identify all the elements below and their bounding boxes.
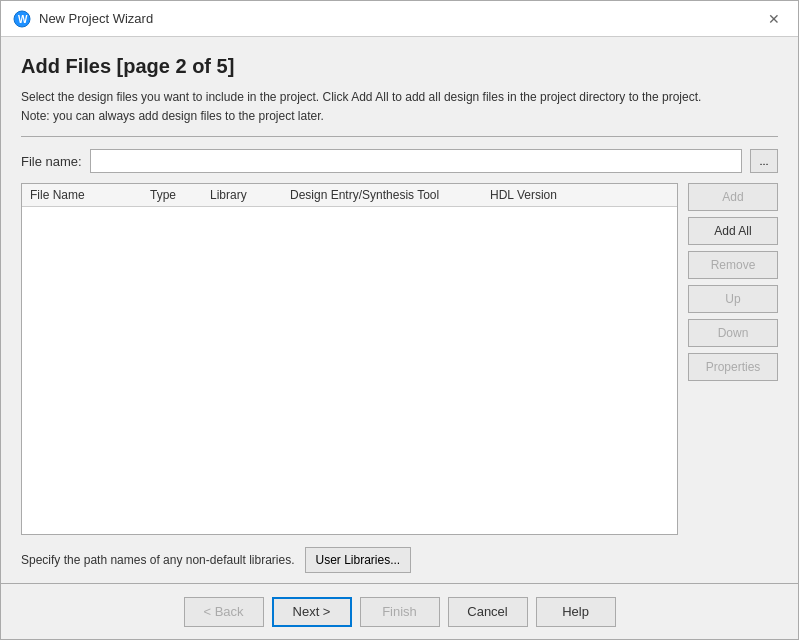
browse-button[interactable]: ...: [750, 149, 778, 173]
file-table: File Name Type Library Design Entry/Synt…: [21, 183, 678, 535]
add-button[interactable]: Add: [688, 183, 778, 211]
main-content: Add Files [page 2 of 5] Select the desig…: [1, 37, 798, 583]
library-label: Specify the path names of any non-defaul…: [21, 553, 295, 567]
section-divider: [21, 136, 778, 137]
finish-button[interactable]: Finish: [360, 597, 440, 627]
footer: < Back Next > Finish Cancel Help: [1, 583, 798, 639]
title-bar: W New Project Wizard ✕: [1, 1, 798, 37]
library-row: Specify the path names of any non-defaul…: [21, 543, 778, 573]
description-line1: Select the design files you want to incl…: [21, 88, 778, 107]
add-all-button[interactable]: Add All: [688, 217, 778, 245]
title-bar-left: W New Project Wizard: [13, 10, 153, 28]
col-filename: File Name: [30, 188, 150, 202]
table-body[interactable]: [22, 207, 677, 534]
down-button[interactable]: Down: [688, 319, 778, 347]
properties-button[interactable]: Properties: [688, 353, 778, 381]
cancel-button[interactable]: Cancel: [448, 597, 528, 627]
file-name-label: File name:: [21, 154, 82, 169]
remove-button[interactable]: Remove: [688, 251, 778, 279]
next-button[interactable]: Next >: [272, 597, 352, 627]
col-hdl: HDL Version: [490, 188, 590, 202]
page-title: Add Files [page 2 of 5]: [21, 55, 778, 78]
help-button[interactable]: Help: [536, 597, 616, 627]
description-line2: Note: you can always add design files to…: [21, 107, 778, 126]
svg-text:W: W: [18, 14, 28, 25]
col-type: Type: [150, 188, 210, 202]
table-header: File Name Type Library Design Entry/Synt…: [22, 184, 677, 207]
col-design: Design Entry/Synthesis Tool: [290, 188, 490, 202]
title-bar-text: New Project Wizard: [39, 11, 153, 26]
description: Select the design files you want to incl…: [21, 88, 778, 126]
main-area: File Name Type Library Design Entry/Synt…: [21, 183, 778, 535]
side-buttons: Add Add All Remove Up Down Properties: [688, 183, 778, 535]
user-libraries-button[interactable]: User Libraries...: [305, 547, 412, 573]
close-button[interactable]: ✕: [762, 9, 786, 29]
file-name-row: File name: ...: [21, 149, 778, 173]
back-button[interactable]: < Back: [184, 597, 264, 627]
wizard-icon: W: [13, 10, 31, 28]
file-name-input[interactable]: [90, 149, 742, 173]
new-project-wizard-dialog: W New Project Wizard ✕ Add Files [page 2…: [0, 0, 799, 640]
col-library: Library: [210, 188, 290, 202]
up-button[interactable]: Up: [688, 285, 778, 313]
